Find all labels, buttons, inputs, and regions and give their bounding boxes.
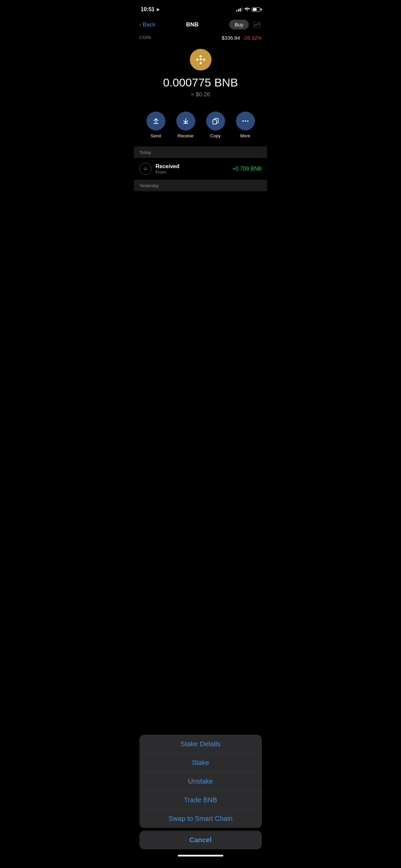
coin-usd-value: ≈ $0.26 [191, 91, 210, 98]
svg-marker-3 [196, 58, 199, 61]
signal-bar-1 [236, 10, 237, 12]
back-chevron-icon: ‹ [139, 21, 141, 28]
back-button[interactable]: ‹ Back [139, 21, 155, 28]
svg-marker-1 [199, 55, 202, 58]
svg-marker-2 [199, 62, 202, 64]
svg-point-14 [247, 120, 248, 122]
more-action[interactable]: More [236, 112, 255, 138]
nav-bar: ‹ Back BNB Buy [134, 17, 267, 34]
receive-action[interactable]: Receive [176, 112, 195, 138]
coin-info: 0.000775 BNB ≈ $0.26 [134, 46, 267, 106]
more-circle [236, 112, 255, 131]
status-bar: 10:51 ➤ [134, 0, 267, 17]
svg-point-13 [245, 120, 246, 122]
time-label: 10:51 [141, 6, 155, 13]
coin-label: COIN [139, 35, 151, 40]
send-label: Send [151, 133, 161, 138]
status-icons [236, 7, 260, 12]
transaction-details: Received From: [156, 163, 228, 175]
transaction-item[interactable]: Received From: +0.709 BNB [134, 158, 267, 180]
battery-icon [252, 7, 260, 12]
coin-header: COIN $336.84 -26.32% [134, 34, 267, 46]
price-value: $336.84 [222, 35, 240, 41]
action-buttons: Send Receive Copy [134, 106, 267, 146]
buy-button[interactable]: Buy [229, 20, 249, 29]
status-time: 10:51 ➤ [141, 6, 160, 13]
today-label: Today [139, 150, 151, 155]
copy-action[interactable]: Copy [206, 112, 225, 138]
svg-marker-5 [199, 58, 202, 61]
receive-label: Receive [178, 133, 194, 138]
receive-circle [176, 112, 195, 131]
back-label: Back [143, 21, 156, 28]
signal-bar-3 [240, 8, 241, 12]
svg-rect-0 [254, 22, 260, 27]
transaction-amount: +0.709 BNB [232, 166, 262, 172]
coin-amount: 0.000775 BNB [163, 76, 238, 89]
svg-rect-11 [213, 120, 217, 124]
svg-marker-4 [203, 58, 205, 61]
copy-label: Copy [210, 133, 220, 138]
today-section-header: Today [134, 146, 267, 158]
price-info: $336.84 -26.32% [222, 35, 262, 41]
location-icon: ➤ [156, 7, 160, 12]
wifi-icon [244, 7, 250, 12]
signal-bar-2 [238, 9, 239, 12]
price-change: -26.32% [243, 35, 262, 41]
nav-right: Buy [229, 20, 262, 29]
nav-title: BNB [186, 21, 199, 28]
transaction-icon [139, 163, 152, 175]
yesterday-section-header: Yesterday [134, 180, 267, 191]
transaction-type: Received [156, 163, 228, 170]
signal-bar-4 [241, 7, 242, 12]
copy-circle [206, 112, 225, 131]
send-circle [146, 112, 165, 131]
transaction-from: From: [156, 170, 228, 175]
signal-bars [236, 7, 242, 12]
more-label: More [240, 133, 250, 138]
send-action[interactable]: Send [146, 112, 165, 138]
battery-fill [253, 8, 257, 11]
coin-logo [190, 49, 212, 71]
svg-point-12 [242, 120, 244, 122]
yesterday-label: Yesterday [139, 183, 159, 188]
chart-icon-button[interactable] [252, 20, 262, 29]
